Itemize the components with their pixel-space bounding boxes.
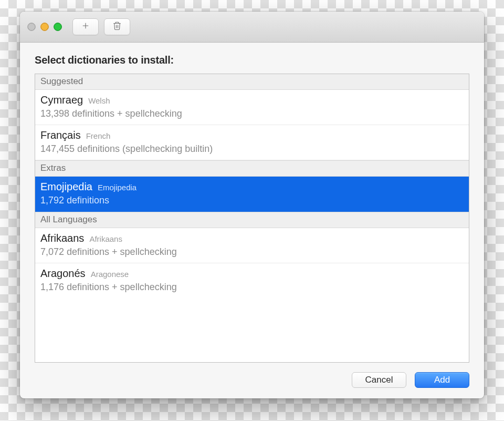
dictionary-row-francais[interactable]: Français French 147,455 definitions (spe… <box>35 125 469 160</box>
dictionary-subtitle: Afrikaans <box>89 234 122 243</box>
dictionary-row-emojipedia[interactable]: Emojipedia Emojipedia 1,792 definitions <box>35 177 469 212</box>
dictionary-row-afrikaans[interactable]: Afrikaans Afrikaans 7,072 definitions + … <box>35 228 469 263</box>
dictionary-subtitle: Aragonese <box>91 270 129 279</box>
titlebar <box>20 12 484 43</box>
dictionary-subtitle: Welsh <box>88 96 110 105</box>
dictionary-listbox[interactable]: Suggested Cymraeg Welsh 13,398 definitio… <box>35 74 469 363</box>
sheet-button-bar: Cancel Add <box>35 372 469 388</box>
dictionary-detail: 13,398 definitions + spellchecking <box>40 108 464 119</box>
add-toolbar-button[interactable] <box>72 18 99 35</box>
dictionary-row-cymraeg[interactable]: Cymraeg Welsh 13,398 definitions + spell… <box>35 90 469 125</box>
install-dictionaries-sheet: Select dictionaries to install: Suggeste… <box>20 43 484 398</box>
dictionary-name: Aragonés <box>40 268 86 280</box>
cancel-button[interactable]: Cancel <box>352 372 406 388</box>
dictionary-detail: 7,072 definitions + spellchecking <box>40 247 464 258</box>
dictionary-detail: 1,176 definitions + spellchecking <box>40 282 464 293</box>
trash-icon <box>112 21 122 33</box>
section-header-all-languages: All Languages <box>35 212 469 228</box>
traffic-lights <box>27 23 62 31</box>
sheet-prompt: Select dictionaries to install: <box>35 54 469 66</box>
app-window: Select dictionaries to install: Suggeste… <box>20 12 484 398</box>
add-button[interactable]: Add <box>415 372 469 388</box>
zoom-window-button[interactable] <box>54 23 62 31</box>
delete-toolbar-button[interactable] <box>104 18 130 35</box>
section-header-suggested: Suggested <box>35 74 469 90</box>
dictionary-detail: 147,455 definitions (spellchecking built… <box>40 143 464 155</box>
dictionary-name: Français <box>40 129 81 141</box>
dictionary-detail: 1,792 definitions <box>40 195 464 206</box>
minimize-window-button[interactable] <box>40 23 49 31</box>
dictionary-name: Emojipedia <box>40 181 92 193</box>
plus-icon <box>81 21 90 33</box>
dictionary-row-aragones[interactable]: Aragonés Aragonese 1,176 definitions + s… <box>35 263 469 298</box>
dictionary-subtitle: Emojipedia <box>98 183 136 192</box>
close-window-button[interactable] <box>27 23 36 31</box>
dictionary-name: Afrikaans <box>40 232 84 244</box>
dictionary-name: Cymraeg <box>40 94 83 106</box>
dictionary-subtitle: French <box>86 131 111 140</box>
section-header-extras: Extras <box>35 160 469 177</box>
